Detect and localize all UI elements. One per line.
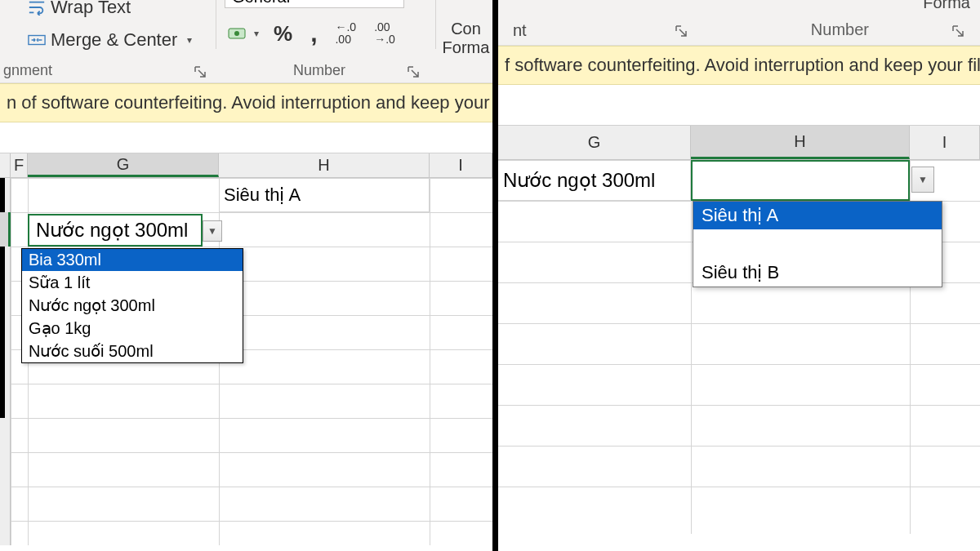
formula-bar-area	[498, 85, 980, 126]
dropdown-option[interactable]: Nước ngọt 300ml	[22, 294, 243, 317]
decrease-decimal-icon: .00→.0	[374, 21, 395, 47]
row-header-selected[interactable]	[0, 212, 11, 247]
data-validation-dropdown-list[interactable]: Bia 330ml Sữa 1 lít Nước ngọt 300ml Gạo …	[21, 248, 243, 363]
accounting-format-button[interactable]: ▾	[226, 24, 261, 43]
number-format-value: General	[232, 0, 290, 7]
wrap-text-button[interactable]: Wrap Text	[23, 0, 212, 21]
number-format-dropdown[interactable]: General ⌄	[225, 0, 404, 8]
dialog-launcher-icon[interactable]	[951, 24, 965, 38]
currency-icon	[228, 25, 249, 42]
dropdown-option[interactable]: Sữa 1 lít	[22, 271, 243, 294]
conditional-format-button[interactable]: Con Forma	[439, 20, 492, 57]
dropdown-blank-option[interactable]	[693, 229, 942, 259]
alignment-group-label: gnment	[3, 59, 52, 83]
wrap-text-icon	[28, 0, 46, 16]
col-header-G[interactable]: G	[28, 153, 219, 177]
dropdown-option[interactable]: Siêu thị A	[693, 202, 942, 229]
cell-G-value[interactable]: Nước ngọt 300ml	[498, 160, 691, 201]
dialog-launcher-icon[interactable]	[674, 24, 688, 38]
number-group-label: Number	[811, 17, 869, 44]
worksheet-grid[interactable]: F G H I Siêu thị A Nước ngọt 300ml ▼ Bia…	[0, 153, 492, 545]
activation-warning-bar: n of software counterfeiting. Avoid inte…	[0, 83, 492, 122]
chevron-down-icon: ▼	[918, 174, 928, 185]
formula-bar-area	[0, 122, 492, 153]
dropdown-option[interactable]: Siêu thị B	[693, 259, 942, 287]
dialog-launcher-icon[interactable]	[193, 64, 207, 79]
active-cell-H[interactable]	[691, 160, 910, 201]
dropdown-option[interactable]: Bia 330ml	[22, 249, 243, 271]
dropdown-option[interactable]: Nước suối 500ml	[22, 340, 243, 362]
chevron-down-icon: ▾	[254, 28, 259, 39]
data-validation-dropdown-button[interactable]: ▼	[203, 220, 222, 242]
col-header-I[interactable]: I	[430, 153, 492, 177]
col-header-H[interactable]: H	[691, 126, 910, 159]
cell-H-value[interactable]: Siêu thị A	[219, 178, 430, 212]
worksheet-grid[interactable]: G H I Nước ngọt 300ml ▼ Siêu thị A Siêu …	[498, 126, 980, 534]
col-header-F[interactable]: F	[11, 153, 28, 177]
dialog-launcher-icon[interactable]	[406, 64, 421, 79]
wrap-text-label: Wrap Text	[51, 0, 131, 18]
percent-button[interactable]: %	[269, 18, 297, 50]
group-separator	[435, 0, 436, 49]
increase-decimal-icon: ←.0.00	[335, 21, 356, 47]
ribbon: Wrap Text Merge & Center ▾ General ⌄	[0, 0, 492, 83]
col-header-G[interactable]: G	[498, 126, 691, 159]
activation-warning-bar: f software counterfeiting. Avoid interru…	[498, 46, 980, 85]
chevron-down-icon: ▼	[207, 225, 217, 237]
group-separator	[216, 0, 216, 49]
right-excel-window: Forma nt Number f software counterfeitin…	[498, 0, 980, 551]
comma-button[interactable]: ,	[305, 16, 322, 51]
col-header-H[interactable]: H	[219, 153, 430, 177]
number-group-label: Number	[218, 59, 421, 83]
col-header-I[interactable]: I	[910, 126, 980, 159]
merge-center-label: Merge & Center	[51, 29, 177, 51]
decrease-decimal-button[interactable]: .00→.0	[369, 18, 400, 50]
data-validation-dropdown-button[interactable]: ▼	[911, 167, 934, 193]
chevron-down-icon: ▾	[187, 34, 192, 46]
left-excel-window: Wrap Text Merge & Center ▾ General ⌄	[0, 0, 492, 551]
active-cell-G[interactable]: Nước ngọt 300ml	[28, 214, 203, 247]
svg-point-2	[234, 31, 239, 36]
data-validation-dropdown-list[interactable]: Siêu thị A Siêu thị B	[693, 201, 942, 287]
panel-divider	[492, 0, 498, 551]
chevron-down-icon: ⌄	[389, 0, 397, 2]
ribbon: Forma nt Number	[498, 0, 980, 46]
dropdown-option[interactable]: Gạo 1kg	[22, 317, 243, 340]
merge-center-button[interactable]: Merge & Center ▾	[23, 26, 212, 54]
increase-decimal-button[interactable]: ←.0.00	[330, 18, 361, 50]
format-button[interactable]: Forma	[923, 0, 970, 12]
alignment-group-fragment: nt	[513, 21, 527, 40]
merge-center-icon	[28, 31, 46, 49]
